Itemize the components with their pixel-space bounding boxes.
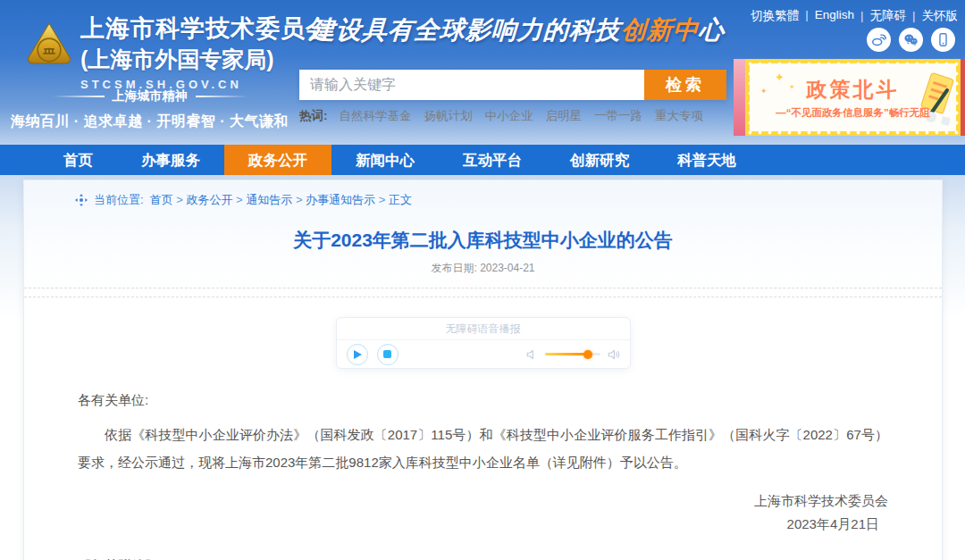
announcement-paragraph: 依据《科技型中小企业评价办法》（国科发政〔2017〕115号）和《科技型中小企业… — [78, 421, 888, 476]
breadcrumb-item[interactable]: 办事通知告示 — [292, 192, 375, 208]
volume-control — [525, 348, 620, 361]
hot-word-link[interactable]: 重大专项 — [655, 108, 703, 124]
org-identity: 上海市科学技术委员会 (上海市外国专家局) STCSM.SH.GOV.CN — [80, 13, 331, 91]
article-card: 当前位置: 首页政务公开通知告示办事通知告示正文 关于2023年第二批入库科技型… — [23, 180, 943, 560]
nav-item[interactable]: 科普天地 — [653, 145, 760, 175]
hot-words-label: 热词: — [299, 108, 328, 124]
star-icon: ✦ — [775, 71, 785, 84]
city-spirit-motto: 海纳百川 · 追求卓越 · 开明睿智 · 大气谦和 — [0, 113, 299, 131]
divider-line — [53, 96, 105, 97]
nav-item[interactable]: 首页 — [39, 145, 117, 175]
social-icons — [867, 28, 955, 52]
city-spirit-label-row: 上海城市精神 — [0, 88, 299, 104]
banner-subtitle: —“不见面政务信息服务”畅行无阻 — [776, 106, 930, 120]
org-name-line1: 上海市科学技术委员会 — [80, 13, 331, 45]
breadcrumb-label: 当前位置: — [94, 192, 144, 208]
breadcrumb-item[interactable]: 政务公开 — [173, 192, 233, 208]
policy-banner[interactable]: ✦ ✦ ✦ 政策北斗 —“不见面政务信息服务”畅行无阻 — [734, 59, 965, 136]
breadcrumb-item[interactable]: 首页 — [150, 192, 173, 208]
player-title: 无障碍语音播报 — [337, 318, 630, 340]
writing-hand-icon — [911, 67, 954, 131]
org-name-line2: (上海市外国专家局) — [80, 45, 331, 74]
hot-word-link[interactable]: 一带一路 — [594, 108, 642, 124]
play-button[interactable] — [347, 344, 368, 365]
main-nav-list: 首页办事服务政务公开新闻中心互动平台创新研究科普天地 — [0, 145, 965, 175]
page: 上海市科学技术委员会 (上海市外国专家局) STCSM.SH.GOV.CN 上海… — [0, 0, 965, 560]
slogan-part2: 心 — [698, 16, 726, 44]
banner-frame: ✦ ✦ ✦ 政策北斗 —“不见面政务信息服务”畅行无阻 — [745, 59, 961, 136]
city-spirit-block: 上海城市精神 海纳百川 · 追求卓越 · 开明睿智 · 大气谦和 — [0, 88, 299, 131]
calligraphy-slogan: 建设具有全球影响力的科技创新中心 — [309, 13, 726, 47]
hot-word-link[interactable]: 扬帆计划 — [424, 108, 473, 124]
nav-item[interactable]: 创新研究 — [546, 145, 653, 175]
banner-title: 政策北斗 — [807, 76, 900, 104]
gold-emblem-icon — [24, 19, 74, 74]
player-controls — [337, 340, 630, 368]
stop-button[interactable] — [377, 344, 399, 365]
search-area: 检索 热词: 自然科学基金扬帆计划中小企业启明星一带一路重大专项 — [299, 70, 726, 124]
banner-right-strip — [961, 59, 965, 136]
city-spirit-label: 上海城市精神 — [113, 88, 188, 104]
banner-left-strip — [734, 59, 745, 136]
site-header: 上海市科学技术委员会 (上海市外国专家局) STCSM.SH.GOV.CN 上海… — [0, 0, 965, 145]
content-area: 当前位置: 首页政务公开通知告示办事通知告示正文 关于2023年第二批入库科技型… — [0, 175, 965, 560]
utility-link[interactable]: 关怀版 — [906, 8, 958, 24]
search-input[interactable] — [299, 70, 644, 100]
mobile-icon[interactable] — [931, 28, 955, 52]
stop-icon — [383, 350, 391, 358]
star-icon: ✦ — [789, 83, 795, 91]
breadcrumb-list: 首页政务公开通知告示办事通知告示正文 — [150, 192, 412, 208]
volume-fill — [545, 353, 588, 355]
volume-slider[interactable] — [545, 353, 600, 355]
divider-line — [196, 96, 248, 97]
utility-link-list: 切换繁體English无障碍关怀版 — [751, 8, 958, 24]
nav-item[interactable]: 新闻中心 — [331, 145, 439, 175]
wechat-icon[interactable] — [899, 28, 923, 52]
play-icon — [354, 350, 362, 359]
salutation: 各有关单位: — [78, 392, 888, 409]
page-title: 关于2023年第二批入库科技型中小企业的公告 — [24, 228, 942, 253]
location-crosshair-icon — [75, 194, 88, 206]
publish-date: 发布日期: 2023-04-21 — [24, 261, 942, 276]
hot-word-list: 自然科学基金扬帆计划中小企业启明星一带一路重大专项 — [340, 108, 704, 124]
nav-item[interactable]: 办事服务 — [117, 145, 224, 175]
nav-item[interactable]: 政务公开 — [224, 145, 331, 175]
utility-link[interactable]: 切换繁體 — [751, 8, 799, 24]
breadcrumb-item[interactable]: 正文 — [375, 192, 412, 208]
banner-content: ✦ ✦ ✦ 政策北斗 —“不见面政务信息服务”畅行无阻 — [750, 63, 956, 131]
volume-high-icon — [608, 348, 620, 361]
utility-links: 切换繁體English无障碍关怀版 — [751, 8, 958, 24]
search-button[interactable]: 检索 — [644, 70, 726, 100]
breadcrumb-item[interactable]: 通知告示 — [232, 192, 292, 208]
signature-org: 上海市科学技术委员会 — [78, 489, 888, 513]
accessibility-audio-player: 无障碍语音播报 — [336, 317, 631, 369]
hot-word-link[interactable]: 中小企业 — [485, 108, 533, 124]
slogan-part1: 建设具有全球影响力的科技 — [309, 16, 622, 44]
search-row: 检索 — [299, 70, 726, 100]
main-navigation: 首页办事服务政务公开新闻中心互动平台创新研究科普天地 — [0, 145, 965, 175]
utility-link[interactable]: English — [799, 8, 854, 24]
hot-words-row: 热词: 自然科学基金扬帆计划中小企业启明星一带一路重大专项 — [299, 108, 726, 124]
dashed-divider — [24, 288, 942, 288]
article-body: 各有关单位: 依据《科技型中小企业评价办法》（国科发政〔2017〕115号）和《… — [24, 392, 942, 560]
star-icon: ✦ — [760, 87, 768, 96]
nav-item[interactable]: 互动平台 — [439, 145, 546, 175]
breadcrumb: 当前位置: 首页政务公开通知告示办事通知告示正文 — [24, 180, 942, 208]
volume-knob[interactable] — [583, 350, 592, 359]
hot-word-link[interactable]: 启明星 — [546, 108, 583, 124]
site-logo[interactable] — [24, 19, 74, 74]
weibo-icon[interactable] — [867, 28, 891, 52]
hot-word-link[interactable]: 自然科学基金 — [340, 108, 412, 124]
slogan-accent: 创新中 — [620, 16, 700, 44]
signature-date: 2023年4月21日 — [78, 513, 888, 536]
volume-low-icon — [525, 348, 538, 361]
utility-link[interactable]: 无障碍 — [854, 8, 906, 24]
dashed-divider — [24, 297, 942, 297]
